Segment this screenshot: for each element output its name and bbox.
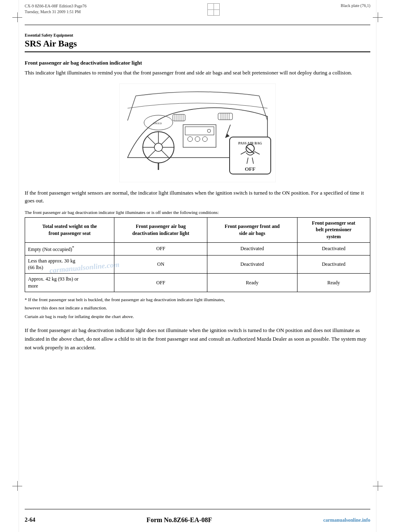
table-note: The front passenger air bag deactivation… (25, 210, 370, 215)
form-number: Form No.8Z66-EA-08F (146, 516, 212, 524)
footer-rule (25, 509, 370, 509)
col-header-4: Front passenger seatbelt pretensionersys… (297, 217, 370, 242)
content-heading: Front passenger air bag deactivation ind… (25, 60, 370, 66)
svg-text:OFF: OFF (245, 166, 256, 172)
crosshair-icon (373, 481, 383, 491)
footnote-2: Curtain air bag is ready for inflating d… (25, 313, 370, 320)
dashboard-illustration: SPEED (119, 84, 276, 182)
right-margin (376, 0, 376, 532)
top-left-crosshair (12, 12, 22, 22)
col-header-3: Front passenger front andside air bags (207, 217, 297, 242)
table-header-row: Total seated weight on thefront passenge… (25, 217, 370, 242)
col-header-1: Total seated weight on thefront passenge… (25, 217, 114, 242)
row3-col3: Ready (207, 274, 297, 292)
row3-col4: Ready (297, 274, 370, 292)
footnote-1b: however this does not indicate a malfunc… (25, 304, 370, 311)
col-header-2: Front passenger air bagdeactivation indi… (114, 217, 207, 242)
dashboard-svg: SPEED (119, 84, 276, 182)
center-crosshair-icon (207, 3, 220, 16)
row2-col2: ON (114, 255, 207, 274)
header-right: Black plate (76,1) (341, 3, 370, 8)
illustration-container: SPEED (25, 84, 370, 182)
top-rule (25, 25, 370, 25)
warning-text: If the front passenger air bag deactivat… (25, 326, 370, 352)
table-row: Less than approx. 30 kg(66 lbs) ON Deact… (25, 255, 370, 274)
intro-text: This indicator light illuminates to remi… (25, 69, 370, 77)
svg-text:SPEED: SPEED (153, 122, 162, 125)
svg-text:PASS AIR BAG: PASS AIR BAG (238, 141, 262, 145)
top-right-crosshair (373, 12, 383, 22)
main-content: Essential Safety Equipment SRS Air Bags … (25, 33, 370, 499)
footnote-1: * If the front passenger seat belt is bu… (25, 296, 370, 303)
header-center-crosshair (207, 3, 220, 16)
bottom-right-crosshair (373, 481, 383, 491)
section-label: Essential Safety Equipment (25, 33, 370, 37)
header-left: CX-9 8Z66-EA-08F Edition3 Page76 Tuesday… (25, 3, 86, 15)
row1-col4: Deactivated (297, 242, 370, 255)
row2-col1: Less than approx. 30 kg(66 lbs) (25, 255, 114, 274)
row3-col2: OFF (114, 274, 207, 292)
header-line1: CX-9 8Z66-EA-08F Edition3 Page76 (25, 3, 86, 9)
row1-col3: Deactivated (207, 242, 297, 255)
row2-col4: Deactivated (297, 255, 370, 274)
header-plate-text: Black plate (76,1) (341, 3, 370, 8)
footer-logo: carmanualsonline.info (323, 517, 370, 523)
row1-col1: Empty (Not occupied)* (25, 242, 114, 255)
bottom-left-crosshair (12, 481, 22, 491)
page-footer: 2-64 Form No.8Z66-EA-08F carmanualsonlin… (25, 516, 370, 524)
row1-col2: OFF (114, 242, 207, 255)
crosshair-icon (12, 481, 22, 491)
conditions-table: Total seated weight on thefront passenge… (25, 217, 370, 292)
row2-col3: Deactivated (207, 255, 297, 274)
page-number: 2-64 (25, 517, 35, 523)
table-row: Approx. 42 kg (93 lbs) ormore OFF Ready … (25, 274, 370, 292)
row3-col1: Approx. 42 kg (93 lbs) ormore (25, 274, 114, 292)
page-header: CX-9 8Z66-EA-08F Edition3 Page76 Tuesday… (25, 3, 370, 16)
table-row: Empty (Not occupied)* OFF Deactivated De… (25, 242, 370, 255)
header-line2: Tuesday, March 31 2009 1:51 PM (25, 9, 86, 15)
section-title: SRS Air Bags (25, 38, 370, 52)
left-margin (19, 0, 19, 532)
logo-text: carmanualsonline.info (323, 517, 370, 523)
after-image-text: If the front passenger weight sensors ar… (25, 189, 370, 205)
